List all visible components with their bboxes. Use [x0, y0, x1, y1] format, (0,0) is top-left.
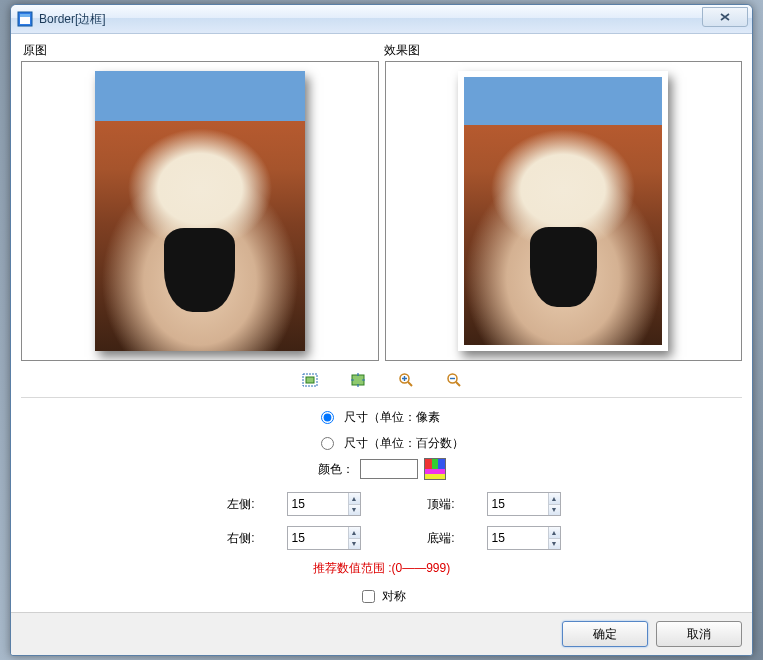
unit-pixel-radio[interactable] — [321, 411, 334, 424]
right-spinner[interactable]: ▲▼ — [287, 526, 361, 550]
left-spinner[interactable]: ▲▼ — [287, 492, 361, 516]
svg-rect-4 — [306, 377, 314, 383]
close-icon — [720, 13, 730, 21]
effect-image — [458, 71, 668, 351]
color-picker-button[interactable] — [424, 458, 446, 480]
right-label: 右侧: — [197, 530, 257, 547]
close-button[interactable] — [702, 7, 748, 27]
right-input[interactable] — [288, 527, 348, 549]
svg-line-9 — [456, 382, 460, 386]
content-area: 原图 效果图 — [11, 34, 752, 612]
svg-line-7 — [408, 382, 412, 386]
bottom-spinner[interactable]: ▲▼ — [487, 526, 561, 550]
fit-screen-icon — [302, 372, 318, 388]
svg-rect-2 — [20, 14, 30, 17]
unit-percent-row: 尺寸（单位：百分数） — [21, 430, 742, 456]
color-label: 颜色： — [318, 461, 354, 478]
ok-button-label: 确定 — [593, 626, 617, 643]
top-input[interactable] — [488, 493, 548, 515]
fit-screen-button[interactable] — [301, 371, 319, 389]
dialog-footer: 确定 取消 — [11, 612, 752, 655]
cancel-button-label: 取消 — [687, 626, 711, 643]
left-label: 左侧: — [197, 496, 257, 513]
symmetry-checkbox[interactable] — [362, 590, 375, 603]
unit-pixel-label: 尺寸（单位：像素 — [344, 409, 440, 426]
actual-size-icon — [350, 372, 366, 388]
original-preview[interactable] — [21, 61, 379, 361]
cancel-button[interactable]: 取消 — [656, 621, 742, 647]
left-input[interactable] — [288, 493, 348, 515]
range-hint: 推荐数值范围 :(0——999) — [21, 560, 742, 577]
zoom-toolbar — [21, 365, 742, 395]
effect-preview[interactable] — [385, 61, 743, 361]
app-icon — [17, 11, 33, 27]
preview-labels: 原图 效果图 — [21, 42, 742, 59]
color-swatch[interactable] — [360, 459, 418, 479]
symmetry-label: 对称 — [382, 588, 406, 605]
unit-percent-radio[interactable] — [321, 437, 334, 450]
window-title: Border[边框] — [39, 11, 106, 28]
options-panel: 尺寸（单位：像素 尺寸（单位：百分数） 颜色： 左侧: ▲▼ 顶端: — [21, 397, 742, 606]
bottom-input[interactable] — [488, 527, 548, 549]
titlebar[interactable]: Border[边框] — [11, 5, 752, 34]
dialog-window: Border[边框] 原图 效果图 — [10, 4, 753, 656]
zoom-out-button[interactable] — [445, 371, 463, 389]
top-spinner[interactable]: ▲▼ — [487, 492, 561, 516]
zoom-in-button[interactable] — [397, 371, 415, 389]
preview-row — [21, 61, 742, 361]
top-label: 顶端: — [397, 496, 457, 513]
zoom-out-icon — [446, 372, 462, 388]
effect-label: 效果图 — [382, 42, 743, 59]
color-row: 颜色： — [21, 456, 742, 482]
actual-size-button[interactable] — [349, 371, 367, 389]
unit-percent-label: 尺寸（单位：百分数） — [344, 435, 464, 452]
original-label: 原图 — [21, 42, 382, 59]
unit-pixel-row: 尺寸（单位：像素 — [21, 404, 742, 430]
top-spin-buttons[interactable]: ▲▼ — [548, 493, 560, 515]
original-image — [95, 71, 305, 351]
left-spin-buttons[interactable]: ▲▼ — [348, 493, 360, 515]
bottom-label: 底端: — [397, 530, 457, 547]
size-grid: 左侧: ▲▼ 顶端: ▲▼ 右侧: ▲▼ 底端: ▲▼ — [21, 492, 742, 550]
symmetry-row: 对称 — [21, 587, 742, 606]
bottom-spin-buttons[interactable]: ▲▼ — [548, 527, 560, 549]
zoom-in-icon — [398, 372, 414, 388]
right-spin-buttons[interactable]: ▲▼ — [348, 527, 360, 549]
ok-button[interactable]: 确定 — [562, 621, 648, 647]
